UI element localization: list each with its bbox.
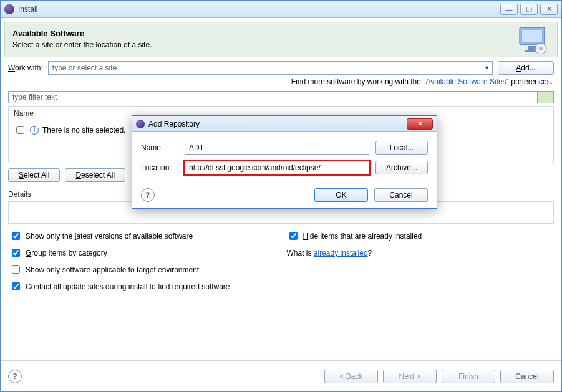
window-title: Install	[18, 5, 500, 14]
filter-decoration	[538, 91, 554, 103]
install-illustration-icon	[516, 25, 551, 56]
opt-contact[interactable]: Contact all update sites during install …	[9, 280, 553, 292]
titlebar[interactable]: Install — ▢ ✕	[1, 1, 561, 18]
opt-hide-installed[interactable]: Hide items that are already installed	[287, 230, 553, 242]
dialog-help-icon[interactable]: ?	[141, 188, 155, 202]
banner-heading: Available Software	[12, 29, 550, 38]
finish-button[interactable]: Finish	[442, 370, 495, 383]
dialog-title: Add Repository	[148, 120, 407, 128]
maximize-button[interactable]: ▢	[520, 4, 538, 15]
what-is-installed: What is already installed?	[287, 249, 553, 257]
svg-rect-2	[528, 46, 536, 50]
add-repository-dialog: Add Repository ✕ Name: ADT Local... Loca…	[132, 115, 437, 209]
opt-latest[interactable]: Show only the latest versions of availab…	[9, 230, 276, 242]
install-window: Install — ▢ ✕ Available Software Select …	[0, 0, 562, 392]
repo-location-label: Location:	[141, 163, 178, 172]
eclipse-icon	[4, 4, 14, 14]
workwith-label: Work with:	[8, 64, 43, 72]
deselect-all-button[interactable]: Deselect All	[65, 168, 125, 182]
repo-location-input[interactable]: http://dl-ssl.google.com/android/eclipse…	[185, 161, 369, 174]
repo-name-input[interactable]: ADT	[185, 141, 369, 155]
svg-rect-1	[522, 30, 542, 42]
local-button[interactable]: Local...	[375, 141, 428, 155]
help-icon[interactable]: ?	[8, 370, 22, 383]
dialog-cancel-button[interactable]: Cancel	[374, 188, 428, 202]
ok-button[interactable]: OK	[314, 188, 368, 202]
add-site-button[interactable]: Add...	[498, 61, 554, 75]
banner: Available Software Select a site or ente…	[4, 22, 558, 57]
info-icon: i	[30, 126, 39, 135]
workwith-placeholder: type or select a site	[52, 64, 117, 72]
filter-input[interactable]: type filter text	[8, 91, 538, 103]
dialog-close-button[interactable]: ✕	[407, 118, 433, 130]
back-button[interactable]: < Back	[324, 370, 378, 383]
hint-row: Find more software by working with the "…	[9, 77, 553, 86]
select-all-button[interactable]: Select All	[8, 168, 60, 182]
banner-sub: Select a site or enter the location of a…	[12, 41, 550, 49]
empty-message: There is no site selected.	[42, 126, 125, 135]
dialog-titlebar[interactable]: Add Repository ✕	[132, 116, 437, 132]
already-installed-link[interactable]: already installed	[314, 249, 368, 257]
svg-point-5	[539, 47, 543, 50]
archive-button[interactable]: Archive...	[375, 161, 428, 174]
opt-applicable[interactable]: Show only software applicable to target …	[9, 264, 276, 275]
chevron-down-icon: ▼	[484, 65, 490, 71]
close-button[interactable]: ✕	[540, 4, 558, 15]
available-sites-link[interactable]: "Available Software Sites"	[423, 77, 509, 86]
eclipse-icon	[136, 120, 145, 128]
wizard-bar: ? < Back Next > Finish Cancel	[1, 360, 561, 391]
opt-group[interactable]: Group items by category	[9, 247, 276, 259]
next-button[interactable]: Next >	[383, 370, 437, 383]
repo-name-label: Name:	[141, 143, 178, 152]
row-checkbox[interactable]	[16, 126, 24, 134]
cancel-button[interactable]: Cancel	[500, 370, 554, 383]
workwith-combo[interactable]: type or select a site ▼	[48, 61, 493, 75]
minimize-button[interactable]: —	[500, 4, 518, 15]
